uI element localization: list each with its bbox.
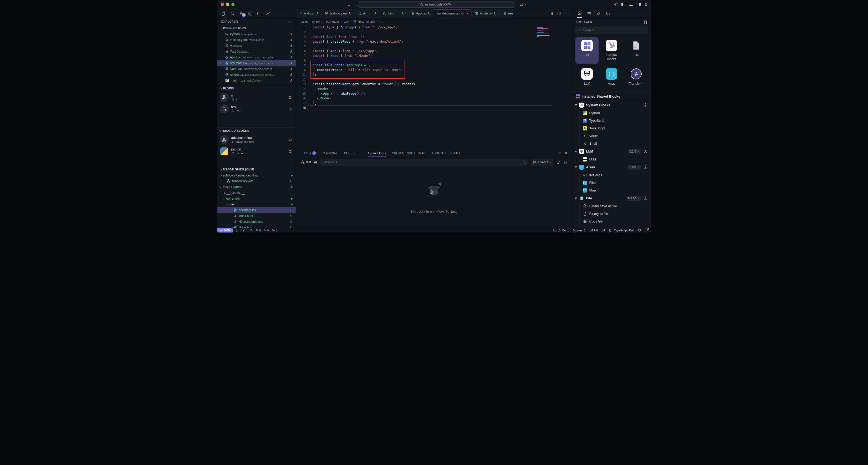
block-item[interactable]: Binary save as file <box>572 202 651 210</box>
flow-card[interactable]: test test ⚙ <box>217 103 296 115</box>
remote-indicator[interactable]: OVM <box>217 228 232 233</box>
filter-logs-field[interactable] <box>320 159 528 166</box>
close-icon[interactable]: × <box>466 11 468 16</box>
block-item[interactable]: JS JavaScript <box>572 124 651 132</box>
open-editor-item[interactable]: × task.oo.yaml tasks/python U <box>217 37 296 43</box>
open-editors-header[interactable]: OPEN EDITORS <box>217 25 296 31</box>
tree-row[interactable]: Node.tsx U <box>217 225 296 228</box>
editor-tab[interactable]: ren × <box>500 9 513 18</box>
open-editor-item[interactable]: × A flows/a U <box>217 43 296 49</box>
gear-icon[interactable]: ⚙ <box>288 107 292 111</box>
installed-blocks-list[interactable]: System Blocks Python TS <box>572 101 651 228</box>
group-header[interactable]: File 0.0.10 <box>572 194 651 202</box>
eol[interactable]: LF <box>602 229 605 232</box>
close-window-button[interactable] <box>221 3 224 6</box>
mascot-menu-button[interactable] <box>519 2 527 7</box>
cursor-position[interactable]: Ln 18, Col 1 <box>553 229 569 232</box>
editor-tab[interactable]: task.oo.yaml U × <box>321 9 355 18</box>
gift-button[interactable] <box>587 11 591 16</box>
tree-row[interactable]: <> index.html U <box>217 213 296 219</box>
tree-row[interactable]: dev.main.tsx U <box>217 207 296 213</box>
toolpack-search-input[interactable] <box>583 28 645 32</box>
encoding[interactable]: UTF-8 <box>590 229 598 232</box>
block-item[interactable]: ≡ Value <box>572 132 651 140</box>
version-select[interactable]: 0.0.10 <box>626 196 642 201</box>
events-dropdown[interactable]: Events <box>530 159 554 166</box>
panel-tab[interactable]: FLOW LOGS <box>368 151 386 155</box>
info-icon[interactable] <box>644 149 647 153</box>
code-editor[interactable]: 1import type { AppProps } from "../src/A… <box>296 25 572 149</box>
flows-button[interactable]: 36 <box>239 11 244 16</box>
flow-card[interactable]: s a ⚙ <box>217 91 296 103</box>
close-icon[interactable]: × <box>220 61 222 65</box>
block-item[interactable]: TS TypeScript <box>572 117 651 124</box>
problems-status[interactable]: ⊗ 0 ⚠ 0 <box>256 229 269 232</box>
tree-row[interactable]: oo-render <box>217 196 296 201</box>
block-item[interactable]: [ ] Map <box>572 186 651 194</box>
block-item[interactable]: >_ Shell <box>572 140 651 147</box>
clear-logs-button[interactable] <box>557 161 561 164</box>
search-button[interactable] <box>230 11 235 16</box>
block-item[interactable]: Python <box>572 109 651 117</box>
open-editor-item[interactable]: × dev.main.tsx tasks/python/oo-ren... U <box>217 60 296 66</box>
category-tile-system-blocks[interactable]: System Blocks <box>600 37 623 64</box>
editor-tab[interactable]: App.tsx U × <box>408 9 434 18</box>
editor-tab[interactable]: Test U × <box>379 9 408 18</box>
shared-blocks-header[interactable]: SHARED BLOCKS <box>217 127 296 134</box>
open-editor-item[interactable]: × Node.tsx tasks/python/oo-render... U <box>217 66 296 72</box>
secrets-button[interactable] <box>266 11 271 16</box>
panel-tab[interactable]: PORTS 1 <box>301 151 316 155</box>
blocks-button[interactable] <box>248 11 253 16</box>
more-actions-icon[interactable]: ··· <box>565 11 569 16</box>
block-item[interactable]: [x] Iter Args <box>572 171 651 179</box>
new-toolpack-icon[interactable] <box>644 20 647 24</box>
version-select[interactable]: 0.2.6 <box>627 149 641 154</box>
workspace-search[interactable]: usage-guide [OVM] <box>358 1 515 8</box>
maximize-panel-icon[interactable] <box>559 152 561 155</box>
log-view-toggle[interactable] <box>314 161 317 164</box>
filter-logs-input[interactable] <box>320 159 528 166</box>
chat-button[interactable] <box>606 11 610 16</box>
toggle-left-sidebar-button[interactable] <box>621 3 625 6</box>
minimap[interactable] <box>537 26 554 40</box>
info-icon[interactable] <box>644 103 647 107</box>
open-editor-item[interactable]: × App.tsx tasks/python/oo-render/src U <box>217 54 296 60</box>
minimize-window-button[interactable] <box>226 3 229 6</box>
tree-row[interactable]: subflows / advanced-flow <box>217 173 296 178</box>
version-select[interactable]: 0.0.8 <box>627 165 641 170</box>
indentation[interactable]: Spaces: 2 <box>573 229 586 232</box>
info-icon[interactable] <box>644 165 647 169</box>
explorer-button[interactable] <box>221 11 226 16</box>
launch-button[interactable] <box>596 11 601 16</box>
export-logs-button[interactable] <box>563 161 567 164</box>
flows-header[interactable]: FLOWS <box>217 85 296 91</box>
block-item[interactable]: LLM <box>572 155 651 163</box>
tree-row[interactable]: __pycache__ <box>217 190 296 196</box>
editor-tab[interactable]: Python U × <box>296 9 321 18</box>
open-editor-item[interactable]: × render.tsx tasks/python/oo-rende... U <box>217 72 296 78</box>
explorer-more-icon[interactable]: ··· <box>287 20 291 24</box>
mascot-status-button[interactable] <box>638 229 641 232</box>
gear-icon[interactable]: ⚙ <box>288 95 292 99</box>
settings-gear-icon[interactable]: ⚙ <box>644 3 648 6</box>
panel-tab[interactable]: CODE DEPS <box>344 151 362 155</box>
tree-row[interactable]: tasks / python <box>217 184 296 190</box>
tree-row[interactable]: dev <box>217 201 296 207</box>
category-tile-llm[interactable]: LLM <box>576 65 598 88</box>
compare-changes-icon[interactable] <box>550 11 554 16</box>
toolpack-button[interactable] <box>578 11 582 16</box>
open-editor-item[interactable]: × Python tasks/python U <box>217 31 296 37</box>
panel-tab[interactable]: PROJECT BOOTSTRAP <box>392 151 425 155</box>
notifications-button[interactable] <box>645 229 649 232</box>
block-item[interactable]: [ ] Filter <box>572 179 651 186</box>
workflow-selector[interactable]: test <box>301 161 311 164</box>
language-mode[interactable]: {} TypeScript JSX <box>609 229 634 232</box>
split-editor-icon[interactable] <box>557 11 561 16</box>
panel-tab[interactable]: TOOLPACK INSTALL <box>432 151 461 155</box>
toggle-right-sidebar-button[interactable] <box>637 3 641 6</box>
customize-layout-icon[interactable] <box>614 2 618 6</box>
branch-status[interactable]: main* <box>236 229 253 232</box>
block-item[interactable]: Binary to file <box>572 210 651 217</box>
group-header[interactable]: [ ] Array 0.0.8 <box>572 163 651 171</box>
back-button[interactable]: ← <box>347 2 351 7</box>
